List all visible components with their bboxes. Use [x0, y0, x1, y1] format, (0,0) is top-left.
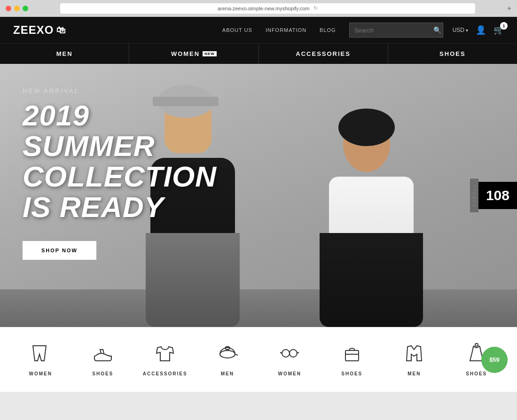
category-shoes-2[interactable]: SHOES	[321, 343, 384, 376]
cart-badge: 1	[500, 22, 508, 30]
category-men-1[interactable]: MEN	[196, 343, 259, 376]
logo-bag-icon: 🛍	[56, 25, 66, 36]
slide-indicator: SCROLL 108	[470, 179, 517, 212]
category-label: WOMEN	[29, 371, 52, 376]
new-badge: NEW	[203, 51, 217, 56]
category-label: ACCESSORIES	[143, 371, 188, 376]
category-shoes-1[interactable]: SHOES	[72, 343, 134, 376]
refresh-icon[interactable]: ↻	[313, 5, 318, 11]
bag-icon	[342, 343, 362, 366]
category-label: MEN	[221, 371, 234, 376]
slide-number: 108	[478, 182, 517, 209]
main-nav: MEN WOMEN NEW ACCESSORIES SHOES	[0, 43, 517, 64]
nav-women[interactable]: WOMEN NEW	[129, 44, 258, 64]
category-label: WOMEN	[278, 371, 301, 376]
category-accessories[interactable]: ACCESSORIES	[134, 343, 196, 376]
category-label: SHOES	[341, 371, 362, 376]
chevron-down-icon: ▾	[466, 28, 468, 33]
category-label: SHOES	[92, 371, 113, 376]
nav-shoes-label: SHOES	[439, 50, 466, 57]
minimize-button[interactable]	[14, 6, 20, 11]
nav-information[interactable]: INFORMATION	[266, 27, 306, 33]
cap-icon	[217, 343, 238, 366]
url-text: arena-zeexo-simple-new.myshopify.com	[218, 6, 309, 11]
category-label: MEN	[407, 371, 421, 376]
pants-icon	[30, 343, 51, 366]
hero-content: NEW ARRIVAL 2019 SUMMER COLLECTION IS RE…	[0, 64, 517, 327]
hero-title-line3: COLLECTION	[23, 161, 217, 192]
url-bar[interactable]: arena-zeexo-simple-new.myshopify.com ↻	[60, 3, 475, 14]
glasses-icon	[279, 343, 300, 366]
search-box[interactable]: 🔍	[349, 23, 443, 38]
browser-chrome: arena-zeexo-simple-new.myshopify.com ↻ +	[0, 0, 517, 17]
nav-men-label: MEN	[56, 50, 73, 57]
top-nav: ABOUT US INFORMATION BLOG	[222, 27, 336, 33]
nav-accessories[interactable]: ACCESSORIES	[259, 44, 388, 64]
user-icon[interactable]: 👤	[476, 25, 486, 35]
top-actions: USD ▾ 👤 🛒 1	[453, 25, 504, 35]
hero-title-line1: 2019	[23, 100, 217, 131]
category-men-2[interactable]: MEN	[383, 343, 446, 376]
logo-text: ZEEXO	[13, 23, 54, 37]
nav-accessories-label: ACCESSORIES	[296, 50, 351, 57]
search-button[interactable]: 🔍	[433, 26, 441, 34]
nav-men[interactable]: MEN	[0, 44, 129, 64]
logo[interactable]: ZEEXO 🛍	[13, 23, 66, 37]
nav-women-label: WOMEN	[171, 50, 200, 57]
shop-now-button[interactable]: SHOP NOW	[23, 241, 96, 260]
coat-icon	[404, 343, 424, 366]
svg-point-10	[475, 343, 478, 346]
close-button[interactable]	[6, 6, 11, 11]
price-bubble[interactable]: $59	[481, 347, 508, 373]
top-bar: ZEEXO 🛍 ABOUT US INFORMATION BLOG 🔍 USD …	[0, 17, 517, 43]
shoes-icon	[93, 343, 113, 366]
nav-blog[interactable]: BLOG	[320, 27, 336, 33]
tshirt-icon	[155, 343, 175, 366]
scroll-label: SCROLL	[470, 179, 478, 212]
cart-icon[interactable]: 🛒 1	[494, 25, 504, 35]
hero-title-line2: SUMMER	[23, 131, 217, 161]
svg-point-4	[290, 350, 297, 357]
hero-title: 2019 SUMMER COLLECTION IS READY	[23, 100, 217, 222]
hero-text: NEW ARRIVAL 2019 SUMMER COLLECTION IS RE…	[23, 87, 217, 260]
nav-shoes[interactable]: SHOES	[388, 44, 517, 64]
window-controls	[6, 6, 28, 11]
category-women-1[interactable]: WOMEN	[9, 343, 72, 376]
new-tab-button[interactable]: +	[507, 4, 511, 13]
currency-label: USD	[453, 27, 464, 33]
maximize-button[interactable]	[23, 6, 28, 11]
category-women-2[interactable]: WOMEN	[258, 343, 321, 376]
svg-rect-8	[345, 350, 359, 361]
svg-point-3	[282, 350, 290, 357]
category-label: SHOES	[466, 371, 487, 376]
currency-selector[interactable]: USD ▾	[453, 27, 468, 33]
svg-point-1	[220, 350, 235, 358]
hero-label: NEW ARRIVAL	[23, 87, 217, 94]
nav-about[interactable]: ABOUT US	[222, 27, 252, 33]
categories-bar: WOMEN SHOES ACCESSORIES	[0, 327, 517, 392]
search-input[interactable]	[354, 27, 433, 34]
website: ZEEXO 🛍 ABOUT US INFORMATION BLOG 🔍 USD …	[0, 17, 517, 420]
hero-section: NEW ARRIVAL 2019 SUMMER COLLECTION IS RE…	[0, 64, 517, 327]
hero-title-line4: IS READY	[23, 192, 217, 222]
